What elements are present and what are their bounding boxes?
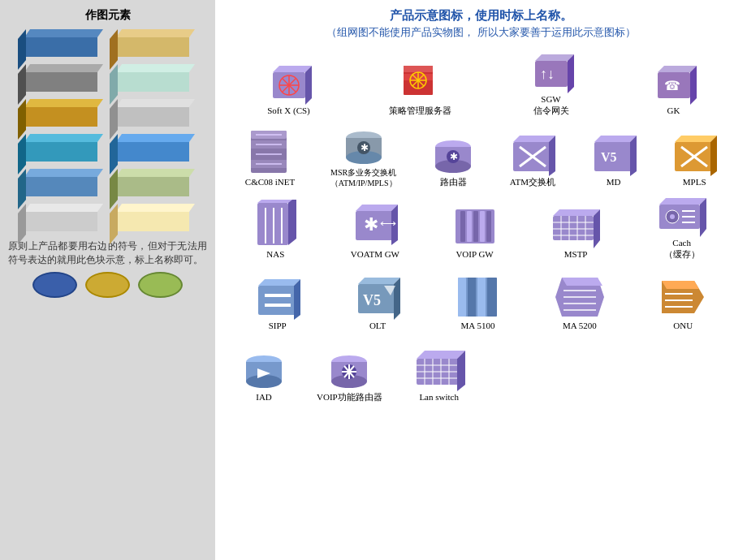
svg-rect-106	[477, 278, 486, 317]
mstp-label: MSTP	[564, 248, 588, 260]
voatm-label: VOATM GW	[351, 248, 399, 260]
cc08-label: C&C08 iNET	[245, 176, 295, 187]
icon-sipp: SIPP	[255, 266, 300, 331]
ma5200-label: MA 5200	[563, 320, 597, 331]
block-lightgray	[18, 204, 106, 235]
md-label: MD	[607, 176, 621, 187]
icon-onu: ONU	[658, 266, 707, 331]
svg-point-122	[246, 375, 282, 388]
cc08-icon	[249, 127, 291, 176]
lanswitch-label: Lan switch	[419, 391, 459, 403]
onu-icon	[658, 274, 707, 320]
icon-mstp: MSTP	[550, 195, 602, 260]
block-olive	[110, 169, 197, 200]
voip-icon	[454, 203, 496, 248]
svg-marker-50	[594, 136, 637, 142]
atm-icon	[510, 134, 555, 176]
svg-marker-76	[553, 209, 600, 216]
block-cream	[110, 204, 197, 235]
svg-marker-19	[568, 54, 574, 93]
svg-text:✱: ✱	[361, 142, 369, 153]
svg-rect-75	[553, 216, 594, 240]
sipp-icon	[255, 278, 300, 320]
svg-marker-99	[358, 278, 400, 284]
svg-marker-22	[658, 66, 697, 72]
svg-marker-100	[394, 278, 400, 320]
ma5100-icon	[455, 271, 500, 320]
svg-marker-2	[305, 66, 312, 105]
svg-marker-46	[549, 136, 555, 176]
icon-row-4: SIPP V5 OLT	[227, 266, 735, 331]
right-title: 产品示意图标，使用时标上名称。	[227, 8, 735, 24]
svg-text:✱: ✱	[450, 151, 458, 162]
icon-ma5200: MA 5200	[555, 266, 604, 331]
block-wheat	[110, 29, 197, 60]
sgw-label: SGW信令网关	[533, 93, 569, 117]
icon-cach: Cach（缓存）	[656, 195, 708, 261]
svg-rect-70	[460, 211, 465, 242]
svg-rect-105	[468, 278, 476, 317]
svg-point-89	[670, 214, 675, 219]
block-gold	[18, 99, 106, 130]
color-row-4	[8, 134, 207, 165]
atm-label: ATM交换机	[510, 176, 555, 187]
icon-softx: Soft X (CS)	[266, 52, 312, 117]
left-title: 作图元素	[8, 8, 207, 23]
color-row-2	[8, 64, 207, 95]
svg-rect-107	[487, 278, 497, 317]
icon-lanswitch: Lan switch	[407, 338, 472, 403]
block-blue	[18, 29, 106, 60]
svg-marker-1	[273, 66, 312, 72]
msr-label: MSR多业务交换机（ATM/IP/MPLS）	[330, 167, 397, 188]
nas-label: NAS	[266, 248, 284, 260]
icon-olt: V5 OLT	[355, 266, 400, 331]
svg-rect-104	[458, 278, 466, 317]
icon-row-3: NAS ✱ ⟷ VOATM GW	[227, 195, 735, 261]
md-icon: V5	[591, 134, 637, 176]
svg-marker-65	[356, 205, 398, 211]
svg-marker-115	[662, 281, 699, 289]
icon-row-1: Soft X (CS) 策略管理服务器	[227, 48, 735, 117]
mpls-label: MPLS	[683, 176, 706, 187]
olt-label: OLT	[369, 320, 386, 331]
mstp-icon	[550, 206, 602, 248]
svg-marker-133	[417, 351, 465, 359]
svg-marker-54	[675, 136, 717, 142]
oval-blue	[32, 272, 77, 298]
router-icon: ✱	[432, 137, 474, 176]
sipp-label: SIPP	[269, 320, 287, 331]
icon-voip: VOIP GW	[454, 195, 496, 260]
icon-ma5100: MA 5100	[455, 266, 500, 331]
softx-icon	[266, 59, 312, 105]
softx-label: Soft X (CS)	[267, 105, 310, 116]
icon-row-2: C&C08 iNET ✱ MSR多业务交换机（ATM/IP/MPLS）	[227, 123, 735, 188]
gk-label: GK	[667, 105, 680, 116]
icon-sgw: ↑↓ SGW信令网关	[529, 48, 574, 117]
svg-marker-23	[690, 66, 697, 105]
block-silver	[110, 99, 197, 130]
left-note: 原则上产品都要用右边的符号，但对于无法用符号表达的就用此色块示意，标上名称即可。	[8, 239, 207, 267]
svg-marker-60	[288, 200, 296, 245]
icon-mpls: MPLS	[671, 123, 717, 188]
voatm-icon: ✱ ⟷	[352, 203, 398, 248]
nas-icon	[254, 200, 296, 248]
svg-text:✱: ✱	[364, 214, 378, 235]
ma5100-label: MA 5100	[461, 320, 495, 331]
icon-cc08: C&C08 iNET	[245, 123, 295, 188]
cach-label: Cach（缓存）	[664, 237, 700, 261]
policy-label: 策略管理服务器	[389, 105, 451, 116]
svg-marker-55	[710, 136, 717, 176]
icon-gk: ☎ GK	[651, 52, 697, 117]
svg-marker-18	[535, 54, 574, 61]
svg-rect-73	[480, 211, 485, 242]
right-subtitle: （组网图不能使用产品实物图， 所以大家要善于运用此示意图标）	[227, 25, 735, 40]
iad-icon	[243, 352, 285, 391]
color-row-5	[8, 169, 207, 200]
voipfunc-icon	[328, 352, 370, 391]
icon-md: V5 MD	[591, 123, 637, 188]
block-blue3	[18, 169, 106, 200]
svg-rect-71	[467, 211, 472, 242]
mpls-icon	[671, 134, 717, 176]
svg-rect-72	[473, 211, 478, 242]
page-container: 作图元素	[0, 0, 747, 560]
